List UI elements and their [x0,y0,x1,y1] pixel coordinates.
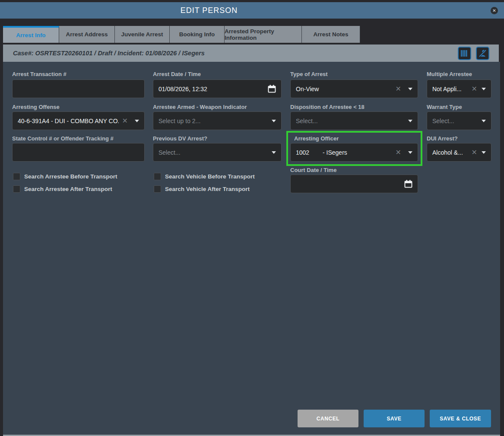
warrant-type-select[interactable]: Select... [427,111,491,130]
checkbox-label: Search Vehicle After Transport [165,186,250,192]
type-of-arrest-label: Type of Arrest [290,71,328,77]
search-vehicle-before-transport-checkbox[interactable] [154,173,161,180]
search-arrestee-before-transport-checkbox[interactable] [13,173,20,180]
clear-icon[interactable]: ✕ [396,149,401,156]
arresting-offense-value: 40-6-391A4 - DUI - COMBO ANY CO... [18,118,119,124]
arresting-offense-label: Arresting Offense [12,104,60,110]
tab-booking-info[interactable]: Booking Info [170,26,225,43]
tab-arrest-info[interactable]: Arrest Info [3,26,59,43]
calendar-icon[interactable] [268,85,276,93]
previous-dv-placeholder: Select... [158,149,272,156]
chevron-down-icon[interactable] [408,151,412,154]
arresting-officer-select[interactable]: 1002 - ISegers ✕ [290,143,418,162]
tab-bar: Arrest Info Arrest Address Juvenile Arre… [3,26,360,43]
barcode-icon[interactable] [458,47,471,60]
person-slash-icon[interactable] [476,47,489,60]
previous-dv-select[interactable]: Select... [153,143,282,162]
chevron-down-icon[interactable] [482,120,486,122]
arrest-datetime-label: Arrest Date / Time [153,71,201,77]
arrest-transaction-label: Arrest Transaction # [12,71,67,77]
arresting-officer-label: Arresting Officer [294,135,339,142]
state-control-input[interactable] [18,149,139,156]
warrant-type-label: Warrant Type [427,104,462,110]
arresting-officer-code: 1002 [296,149,323,156]
checkbox-label: Search Arrestee Before Transport [24,173,117,180]
chevron-down-icon[interactable] [272,151,276,154]
disposition-label: Disposition of Arrestee < 18 [290,104,365,110]
type-of-arrest-value: On-View [296,86,392,92]
disposition-placeholder: Select... [296,118,408,124]
cancel-button[interactable]: CANCEL [298,410,358,427]
tab-arrested-property-information[interactable]: Arrested Property Information [225,26,302,43]
arrestee-armed-label: Arrestee Armed - Weapon Indicator [153,104,247,110]
type-of-arrest-select[interactable]: On-View ✕ [290,80,418,98]
tab-arrest-notes[interactable]: Arrest Notes [302,26,360,43]
arrest-transaction-input[interactable] [18,86,139,92]
arrest-datetime-value: 01/08/2026, 12:32 [158,86,268,92]
multiple-arrestee-value: Not Appli... [432,86,468,92]
arrestee-armed-placeholder: Select up to 2... [158,118,272,124]
court-datetime-field[interactable] [290,175,418,193]
calendar-icon[interactable] [404,180,412,188]
arrest-datetime-field[interactable]: 01/08/2026, 12:32 [153,80,282,98]
multiple-arrestee-label: Multiple Arrestee [427,71,472,77]
disposition-select[interactable]: Select... [290,111,418,130]
clear-icon[interactable]: ✕ [122,118,128,124]
chevron-down-icon[interactable] [482,151,486,154]
warrant-type-placeholder: Select... [432,118,482,124]
clear-icon[interactable]: ✕ [472,149,477,156]
save-and-close-button[interactable]: SAVE & CLOSE [430,410,491,427]
close-icon[interactable]: ✕ [491,7,498,14]
clear-icon[interactable]: ✕ [396,86,401,92]
arrest-transaction-field[interactable] [12,80,145,98]
state-control-label: State Control # or Offender Tracking # [12,135,114,142]
chevron-down-icon[interactable] [272,120,276,122]
modal-title: EDIT PERSON [0,2,418,19]
case-breadcrumb: Case#: OSRTEST20260101 / Draft / Inciden… [13,45,205,62]
arresting-offense-select[interactable]: 40-6-391A4 - DUI - COMBO ANY CO... ✕ [12,111,145,130]
dui-arrest-select[interactable]: Alcohol &... ✕ [427,143,491,162]
state-control-field[interactable] [12,143,145,162]
search-arrestee-after-transport-checkbox[interactable] [13,185,20,193]
arresting-officer-name: - ISegers [323,149,392,156]
court-datetime-label: Court Date / Time [290,167,336,173]
dui-arrest-value: Alcohol &... [432,149,468,156]
multiple-arrestee-select[interactable]: Not Appli... ✕ [427,80,491,98]
save-button[interactable]: SAVE [364,410,425,427]
chevron-down-icon[interactable] [135,120,139,122]
tab-arrest-address[interactable]: Arrest Address [59,26,115,43]
tab-juvenile-arrest[interactable]: Juvenile Arrest [115,26,170,43]
arrestee-armed-select[interactable]: Select up to 2... [153,111,282,130]
previous-dv-label: Previous DV Arrest? [153,135,207,142]
arrest-info-panel: Arrest Transaction # Arrest Date / Time … [3,62,500,435]
search-vehicle-after-transport-checkbox[interactable] [154,185,161,193]
dui-arrest-label: DUI Arrest? [427,135,458,142]
chevron-down-icon[interactable] [408,120,412,122]
checkbox-label: Search Arrestee After Transport [24,186,112,192]
chevron-down-icon[interactable] [482,88,486,90]
modal-titlebar: EDIT PERSON ✕ [0,2,504,19]
case-info-bar: Case#: OSRTEST20260101 / Draft / Inciden… [3,45,499,62]
clear-icon[interactable]: ✕ [472,86,477,92]
chevron-down-icon[interactable] [408,88,412,90]
checkbox-label: Search Vehicle Before Transport [165,173,255,180]
